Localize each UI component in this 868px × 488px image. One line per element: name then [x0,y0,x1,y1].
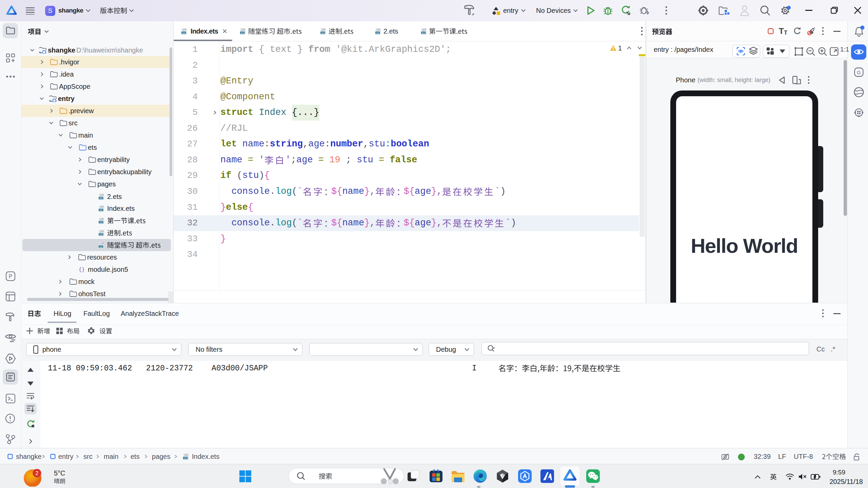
svg-text:P: P [9,273,13,279]
svg-text:2: 2 [36,470,39,476]
svg-text:ETS: ETS [421,31,426,34]
svg-text:ETS: ETS [375,31,380,34]
svg-text:ETS: ETS [183,456,188,460]
svg-text:ETS: ETS [181,31,186,34]
svg-text:G: G [857,69,861,75]
svg-text:{}: {} [79,267,84,272]
svg-text:ETS: ETS [240,31,245,34]
svg-text:ETS: ETS [320,31,325,34]
